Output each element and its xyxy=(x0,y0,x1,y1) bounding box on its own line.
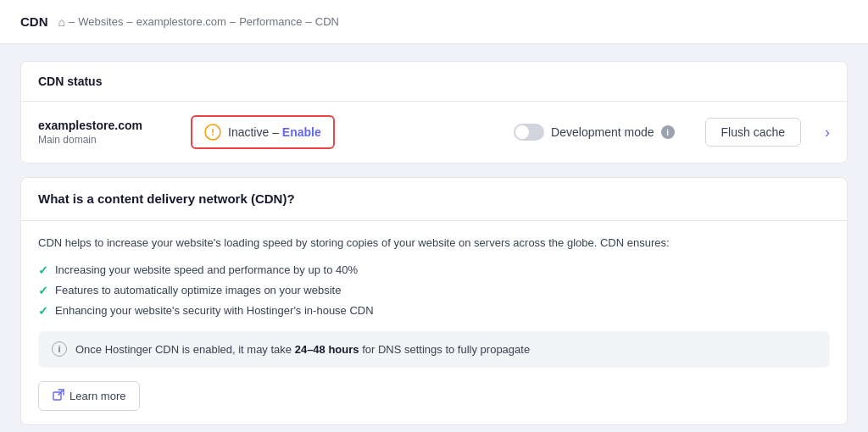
home-icon[interactable]: ⌂ xyxy=(58,15,65,29)
learn-more-button[interactable]: Learn more xyxy=(38,381,140,411)
check-icon-1: ✓ xyxy=(38,263,48,277)
cdn-info-card: What is a content delivery network (CDN)… xyxy=(20,177,848,425)
cdn-status-row: examplestore.com Main domain ! Inactive … xyxy=(21,102,847,163)
feature-item-1: ✓ Increasing your website speed and perf… xyxy=(38,263,830,277)
main-content: CDN status examplestore.com Main domain … xyxy=(0,44,868,432)
cdn-status-header: CDN status xyxy=(21,62,847,102)
breadcrumb-sep3: – xyxy=(230,15,236,28)
dev-mode-section: Development mode i xyxy=(514,124,674,141)
cdn-info-title: What is a content delivery network (CDN)… xyxy=(38,191,295,206)
dev-mode-label: Development mode xyxy=(551,125,654,139)
svg-text:!: ! xyxy=(211,127,214,137)
external-link-icon xyxy=(53,389,64,403)
breadcrumb-performance: Performance xyxy=(239,15,302,28)
breadcrumb-domain: examplestore.com xyxy=(136,15,226,28)
cdn-status-title: CDN status xyxy=(38,75,102,88)
cdn-description: CDN helps to increase your website's loa… xyxy=(38,235,830,252)
top-bar: CDN ⌂ – Websites – examplestore.com – Pe… xyxy=(0,0,868,44)
breadcrumb: ⌂ – Websites – examplestore.com – Perfor… xyxy=(58,15,339,29)
cdn-status-card: CDN status examplestore.com Main domain … xyxy=(20,61,848,163)
breadcrumb-sep4: – xyxy=(306,15,312,28)
domain-info: examplestore.com Main domain xyxy=(38,119,174,146)
check-icon-3: ✓ xyxy=(38,304,48,318)
feature-text-3: Enhancing your website's security with H… xyxy=(55,304,374,317)
cdn-info-header: What is a content delivery network (CDN)… xyxy=(21,178,847,221)
breadcrumb-sep2: – xyxy=(126,15,132,28)
dns-notice-info-icon: i xyxy=(52,341,67,357)
inactive-text: Inactive – Enable xyxy=(228,125,321,139)
learn-more-label: Learn more xyxy=(70,390,125,402)
breadcrumb-separator: – xyxy=(69,15,75,28)
feature-item-3: ✓ Enhancing your website's security with… xyxy=(38,304,830,318)
warning-icon: ! xyxy=(204,124,221,141)
arrow-right-icon[interactable]: › xyxy=(825,124,830,141)
status-badge: ! Inactive – Enable xyxy=(191,115,335,149)
breadcrumb-cdn: CDN xyxy=(315,15,339,28)
feature-list: ✓ Increasing your website speed and perf… xyxy=(38,263,830,318)
dns-notice-text: Once Hostinger CDN is enabled, it may ta… xyxy=(75,341,530,358)
dev-mode-toggle[interactable] xyxy=(514,124,544,141)
page-title: CDN xyxy=(20,14,48,29)
domain-label: Main domain xyxy=(38,134,174,146)
enable-link[interactable]: Enable xyxy=(282,125,321,139)
breadcrumb-websites: Websites xyxy=(78,15,123,28)
cdn-info-body: CDN helps to increase your website's loa… xyxy=(21,221,847,424)
feature-text-1: Increasing your website speed and perfor… xyxy=(55,263,358,276)
feature-item-2: ✓ Features to automatically optimize ima… xyxy=(38,284,830,297)
feature-text-2: Features to automatically optimize image… xyxy=(55,284,341,296)
flush-cache-button[interactable]: Flush cache xyxy=(705,118,801,147)
dev-mode-info-icon[interactable]: i xyxy=(661,125,675,139)
check-icon-2: ✓ xyxy=(38,284,48,297)
domain-name: examplestore.com xyxy=(38,119,174,132)
dns-notice: i Once Hostinger CDN is enabled, it may … xyxy=(38,331,830,368)
